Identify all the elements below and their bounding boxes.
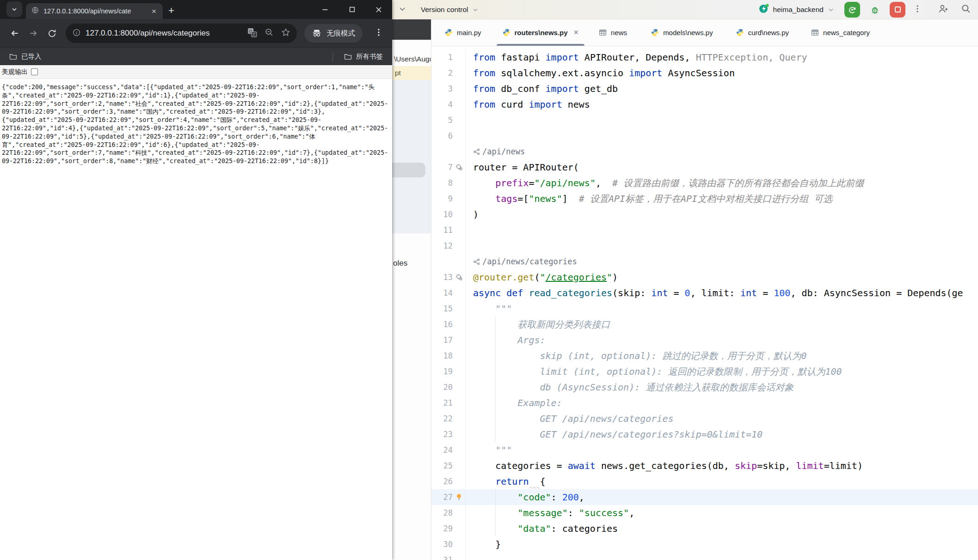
line-number: 2 (431, 68, 453, 78)
code-line: 9 tags=["news"] # 设置API标签，用于在API文档中对相关接口… (431, 191, 978, 207)
indent-guide (495, 505, 496, 521)
editor-tab-main-py[interactable]: main.py (443, 19, 484, 46)
vcs-widget[interactable]: Version control (417, 4, 483, 16)
endpoint-inlay-hint[interactable]: /api/news (473, 147, 525, 156)
code-with-me-button[interactable] (938, 3, 949, 16)
code-line: 21 Example: (431, 395, 978, 411)
code-line: 7router = APIRouter( (431, 159, 978, 175)
browser-toolbar: 127.0.0.1:8000/api/news/categories G文 (0, 19, 392, 48)
maximize-button[interactable] (338, 0, 365, 19)
code-line: 23 GET /api/news/categories?skip=0&limit… (431, 426, 978, 442)
divider (332, 52, 333, 61)
code-line: 29 "data": categories (431, 521, 978, 536)
json-line: 22T16:22:09","id":4},{"updated_at":"2025… (2, 124, 391, 133)
indent-guide (495, 395, 496, 411)
code-line: 15 """ (431, 301, 978, 317)
close-window-button[interactable] (365, 0, 392, 19)
code-line: 26 return { (431, 474, 978, 489)
desktop: Version control heima_backend (0, 0, 978, 560)
line-number: 29 (431, 524, 453, 533)
code-line: 4from curd import news (431, 97, 978, 112)
editor-tab-news[interactable]: news (597, 19, 629, 46)
address-bar[interactable]: 127.0.0.1:8000/api/news/categories G文 (66, 24, 297, 43)
line-number: 15 (431, 304, 453, 313)
line-number: 5 (431, 116, 453, 125)
tab-search-button[interactable] (6, 1, 22, 17)
forward-arrow-icon (28, 28, 38, 38)
tab-label: models\news.py (663, 29, 713, 37)
ide-titlebar: Version control heima_backend (392, 0, 978, 19)
bookmarks-bar: 已导入 所有书签 (0, 48, 392, 65)
minimize-icon (321, 6, 329, 13)
incognito-badge: 无痕模式 (304, 24, 363, 43)
code-line: 11 (431, 222, 978, 238)
endpoint-gutter-icon[interactable] (453, 274, 465, 281)
ide-main-area: main.pyrouters\news.py×newsmodels\news.p… (431, 19, 978, 560)
endpoint-inlay-hint[interactable]: /api/news/categories (473, 257, 577, 266)
python-file-icon (651, 29, 659, 37)
site-info-icon[interactable] (72, 28, 81, 39)
run-config-icon (758, 3, 769, 16)
stop-icon (895, 6, 901, 12)
line-number: 28 (431, 508, 453, 517)
line-number: 13 (431, 273, 453, 282)
translate-icon[interactable]: G文 (247, 28, 257, 39)
browser-menu-button[interactable] (371, 26, 387, 41)
back-button[interactable] (6, 24, 24, 43)
more-options-button[interactable] (912, 4, 923, 15)
all-bookmarks-folder[interactable]: 所有书签 (341, 51, 386, 62)
code-line: 18 skip (int, optional): 跳过的记录数，用于分页，默认为… (431, 348, 978, 364)
code-line: 14async def read_categories(skip: int = … (431, 285, 978, 301)
close-tab-icon[interactable]: × (150, 6, 158, 16)
editor-tab-routers-news-py[interactable]: routers\news.py× (500, 19, 581, 46)
editor-tab-models-news-py[interactable]: models\news.py (649, 19, 715, 46)
tab-label: news_category (823, 29, 870, 37)
tab-label: routers\news.py (515, 29, 568, 37)
background-button[interactable] (392, 163, 425, 177)
indent-guide (495, 489, 496, 505)
line-number: 22 (431, 414, 453, 423)
bookmark-star-icon[interactable] (281, 28, 290, 39)
intention-bulb-icon[interactable] (453, 493, 465, 501)
stop-button[interactable] (890, 2, 905, 18)
editor-tab-curd-news-py[interactable]: curd\news.py (734, 19, 791, 46)
line-number: 31 (431, 555, 453, 560)
chevron-down-icon (472, 6, 479, 13)
new-tab-button[interactable]: + (168, 6, 174, 15)
python-file-icon (503, 29, 511, 37)
incognito-label: 无痕模式 (326, 29, 355, 38)
editor-tab-news-category[interactable]: news_category (809, 19, 872, 46)
code-line: 16 获取新闻分类列表接口 (431, 317, 978, 332)
search-everywhere-button[interactable] (960, 3, 972, 16)
rerun-button[interactable] (844, 2, 860, 18)
line-number: 10 (431, 210, 453, 219)
pretty-print-checkbox[interactable] (31, 68, 38, 75)
minimize-button[interactable] (312, 0, 338, 19)
indent-guide (495, 426, 496, 442)
pretty-print-bar: 美观输出 (0, 65, 392, 79)
line-number: 24 (431, 445, 453, 455)
line-number: 20 (431, 383, 453, 392)
reload-icon (47, 29, 57, 38)
tab-title: 127.0.0.1:8000/api/news/cate (43, 7, 150, 15)
zoom-out-icon[interactable] (264, 28, 274, 39)
bookmark-folder-imported[interactable]: 已导入 (6, 51, 44, 62)
code-line: 1from fastapi import APIRouter, Depends,… (431, 49, 978, 65)
close-tab-icon[interactable]: × (574, 28, 579, 37)
main-menu-chevron-icon[interactable] (398, 4, 407, 15)
line-number: 25 (431, 461, 453, 470)
browser-tab[interactable]: 127.0.0.1:8000/api/news/cate × (26, 3, 163, 19)
python-file-icon (736, 29, 744, 37)
line-number: 21 (431, 398, 453, 408)
code-line: 30 } (431, 536, 978, 552)
chevron-down-icon (11, 6, 18, 13)
reload-button[interactable] (43, 24, 61, 43)
forward-button[interactable] (24, 24, 43, 43)
endpoint-gutter-icon[interactable] (453, 164, 465, 171)
debug-button[interactable] (867, 2, 883, 18)
code-editor[interactable]: 1from fastapi import APIRouter, Depends,… (431, 46, 978, 560)
endpoint-inlay-row: /api/news (431, 144, 978, 159)
json-line: 09-22T16:22:09","id":5},{"updated_at":"2… (2, 133, 391, 141)
run-config-widget[interactable]: heima_backend (756, 2, 837, 18)
background-path-text: \Users\Augu (392, 40, 431, 66)
